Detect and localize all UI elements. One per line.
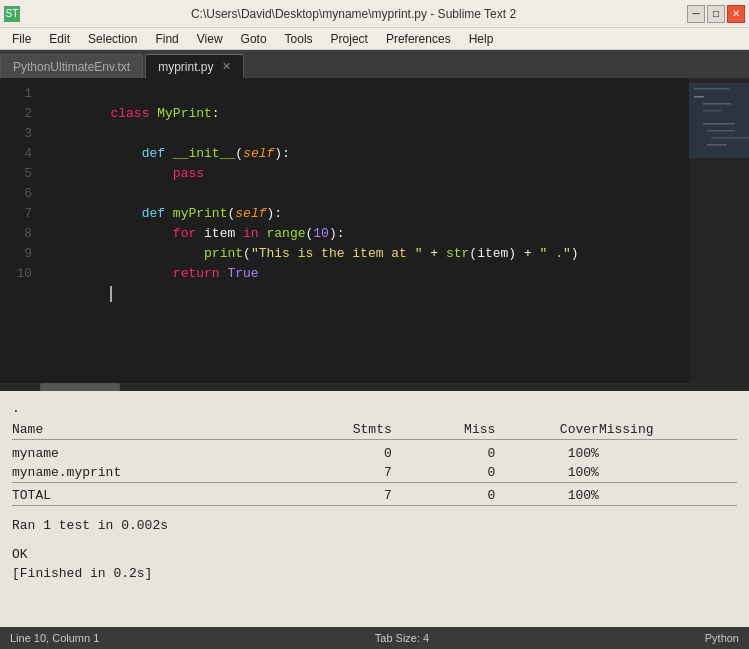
col-header-cover: Cover [495,420,599,440]
svg-rect-9 [689,83,749,158]
coverage-table: Name Stmts Miss Cover Missing myname 0 0… [12,420,737,510]
menu-tools[interactable]: Tools [277,30,321,48]
row-name-myname-myprint: myname.myprint [12,463,288,483]
output-dot: . [12,399,737,418]
menu-selection[interactable]: Selection [80,30,145,48]
menu-file[interactable]: File [4,30,39,48]
table-row: myname 0 0 100% [12,444,737,463]
status-position: Line 10, Column 1 [10,632,99,644]
editor-scrollbar[interactable] [0,383,749,391]
line-number: 2 [0,104,32,124]
status-language: Python [705,632,739,644]
line-number: 4 [0,144,32,164]
finished-line: [Finished in 0.2s] [12,564,737,583]
ok-status: OK [12,545,737,564]
title-bar: ST C:\Users\David\Desktop\myname\myprint… [0,0,749,28]
col-header-stmts: Stmts [288,420,392,440]
table-divider-bottom [12,506,737,510]
row-miss-myname: 0 [392,444,496,463]
editor-scrollbar-thumb[interactable] [40,383,120,391]
row-missing-total [599,486,737,506]
status-bar: Line 10, Column 1 Tab Size: 4 Python [0,627,749,649]
table-total-row: TOTAL 7 0 100% [12,486,737,506]
menu-project[interactable]: Project [323,30,376,48]
row-missing-myname-myprint [599,463,737,483]
minimap [689,78,749,383]
line-number: 7 [0,204,32,224]
output-panel: . Name Stmts Miss Cover Missing myname 0… [0,391,749,649]
menu-help[interactable]: Help [461,30,502,48]
tab-label-myprint: myprint.py [158,60,213,74]
table-row: myname.myprint 7 0 100% [12,463,737,483]
menu-preferences[interactable]: Preferences [378,30,459,48]
row-cover-myname-myprint: 100% [495,463,599,483]
row-name-myname: myname [12,444,288,463]
maximize-button[interactable]: □ [707,5,725,23]
row-cover-myname: 100% [495,444,599,463]
window-controls: ─ □ ✕ [687,5,745,23]
tab-close-myprint[interactable]: ✕ [222,60,231,73]
menu-view[interactable]: View [189,30,231,48]
row-name-total: TOTAL [12,486,288,506]
close-button[interactable]: ✕ [727,5,745,23]
row-miss-total: 0 [392,486,496,506]
line-number: 9 [0,244,32,264]
row-cover-total: 100% [495,486,599,506]
code-line-3: def __init__(self): [48,124,681,144]
col-header-name: Name [12,420,288,440]
menu-edit[interactable]: Edit [41,30,78,48]
code-line-1: class MyPrint: [48,84,681,104]
row-stmts-myname-myprint: 7 [288,463,392,483]
code-line-6: def myPrint(self): [48,184,681,204]
app-icon: ST [4,6,20,22]
main-content: 1 2 3 4 5 6 7 8 9 10 class MyPrint: def … [0,78,749,649]
menu-bar: File Edit Selection Find View Goto Tools… [0,28,749,50]
minimap-svg [689,78,749,383]
tab-bar: PythonUltimateEnv.txt myprint.py ✕ [0,50,749,78]
row-missing-myname [599,444,737,463]
col-header-missing: Missing [599,420,737,440]
line-number: 5 [0,164,32,184]
minimize-button[interactable]: ─ [687,5,705,23]
tab-myprint[interactable]: myprint.py ✕ [145,54,243,78]
code-editor[interactable]: 1 2 3 4 5 6 7 8 9 10 class MyPrint: def … [0,78,749,383]
line-number: 1 [0,84,32,104]
col-header-miss: Miss [392,420,496,440]
row-stmts-total: 7 [288,486,392,506]
menu-find[interactable]: Find [147,30,186,48]
status-tab-size: Tab Size: 4 [375,632,429,644]
table-header-row: Name Stmts Miss Cover Missing [12,420,737,440]
run-line: Ran 1 test in 0.002s [12,516,737,535]
row-stmts-myname: 0 [288,444,392,463]
window-title: C:\Users\David\Desktop\myname\myprint.py… [20,7,687,21]
line-number: 3 [0,124,32,144]
code-area[interactable]: class MyPrint: def __init__(self): pass … [40,78,689,383]
row-miss-myname-myprint: 0 [392,463,496,483]
line-number: 8 [0,224,32,244]
line-numbers: 1 2 3 4 5 6 7 8 9 10 [0,78,40,383]
tab-pythonultimateenv[interactable]: PythonUltimateEnv.txt [0,54,143,78]
tab-label-pythonultimateenv: PythonUltimateEnv.txt [13,60,130,74]
line-number: 10 [0,264,32,284]
line-number: 6 [0,184,32,204]
menu-goto[interactable]: Goto [233,30,275,48]
